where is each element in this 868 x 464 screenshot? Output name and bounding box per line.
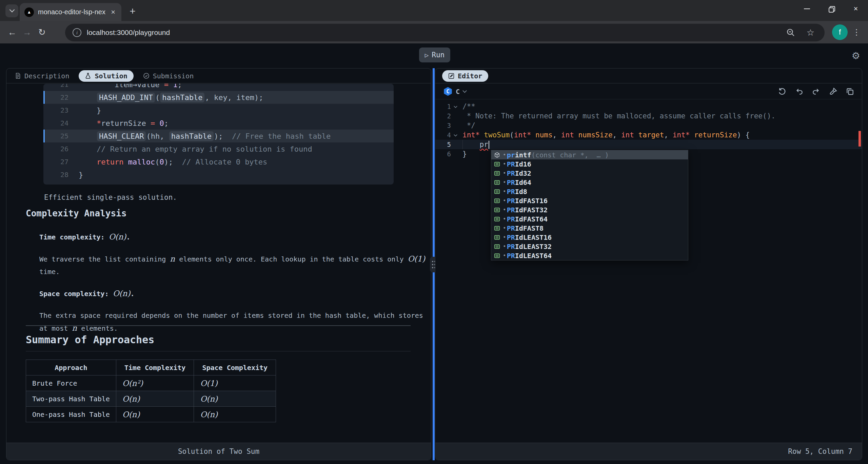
suggestion-item[interactable]: •PRIdFAST32 — [491, 205, 688, 214]
editor-tools — [778, 84, 855, 99]
line-number: 25 — [50, 132, 68, 140]
table-cell: O(n) — [116, 391, 194, 407]
tab-search-button[interactable] — [5, 4, 18, 17]
code-line[interactable]: 21 item→value = 1; — [43, 84, 394, 91]
new-tab-button[interactable]: + — [126, 5, 139, 18]
line-number: 6 — [437, 150, 451, 158]
bullet-icon: • — [503, 243, 506, 250]
bullet-icon: • — [503, 234, 506, 240]
tab-solution[interactable]: Solution — [79, 70, 133, 82]
bullet-icon: • — [503, 152, 506, 158]
run-button[interactable]: ▷ Run — [419, 47, 450, 62]
tab-strip: ▲ monaco-editor-lsp-next × + × — [0, 0, 868, 21]
settings-gear-icon[interactable]: ⚙ — [849, 49, 863, 62]
code-text: item→value = 1; — [79, 84, 182, 89]
fold-icon[interactable] — [451, 104, 460, 109]
suggestion-item[interactable]: •PRIdLEAST32 — [491, 242, 688, 251]
code-line[interactable]: 25 HASH_CLEAR(hh, hashTable); // Free th… — [43, 130, 394, 142]
undo-button[interactable] — [795, 87, 804, 96]
table-cell: O(n) — [194, 407, 276, 422]
tab-solution-label: Solution — [95, 72, 127, 80]
bullet-icon: • — [503, 188, 506, 195]
code-text: HASH_ADD_INT(hashTable, key, item); — [79, 93, 263, 102]
code-line[interactable]: 4int* twoSum(int* nums, int numsSize, in… — [435, 130, 862, 140]
code-line[interactable]: 24 *returnSize = 0; — [43, 117, 394, 130]
code-line[interactable]: 3 */ — [435, 121, 862, 130]
back-button[interactable]: ← — [5, 25, 20, 40]
suggestion-label: Id8 — [515, 188, 527, 196]
run-label: Run — [432, 51, 445, 59]
suggestion-label: IdLEAST16 — [515, 233, 552, 241]
code-line[interactable]: 2 * Note: The returned array must be mal… — [435, 111, 862, 121]
line-number: 2 — [437, 112, 451, 120]
window-controls: × — [795, 0, 868, 18]
address-bar[interactable]: i localhost:3000/playground ☆ — [65, 24, 825, 41]
fold-icon[interactable] — [451, 133, 460, 138]
format-code-button[interactable] — [829, 87, 838, 96]
redo-button[interactable] — [812, 87, 821, 96]
browser-chrome: ▲ monaco-editor-lsp-next × + × ← → ↻ i l… — [0, 0, 868, 43]
zoom-out-icon[interactable] — [786, 28, 795, 37]
code-line[interactable]: 1/** — [435, 102, 862, 111]
suggestion-item[interactable]: •PRId32 — [491, 169, 688, 178]
minimize-button[interactable] — [795, 0, 819, 18]
screen: ▲ monaco-editor-lsp-next × + × ← → ↻ i l… — [0, 0, 868, 464]
suggestion-detail: (const char *, … ) — [531, 151, 609, 159]
document-icon — [15, 73, 21, 79]
close-button[interactable]: × — [844, 0, 868, 18]
tab-close-icon[interactable]: × — [110, 8, 117, 17]
reset-code-button[interactable] — [778, 87, 787, 96]
suggestion-item[interactable]: •PRIdFAST16 — [491, 196, 688, 205]
complexity-paragraph: We traverse the list containing n elemen… — [39, 253, 429, 278]
suggestion-label: Id32 — [515, 169, 531, 177]
error-marker — [859, 131, 861, 147]
panel-resizer[interactable] — [433, 68, 435, 460]
suggestion-item[interactable]: •printf(const char *, … ) — [491, 150, 688, 159]
browser-menu-icon[interactable]: ⋮ — [850, 24, 863, 40]
suggestion-item[interactable]: •PRIdLEAST16 — [491, 233, 688, 242]
bullet-icon: • — [503, 207, 506, 213]
edit-pencil-icon — [448, 73, 454, 79]
profile-avatar[interactable]: f — [832, 24, 848, 40]
triangle-icon: ▲ — [27, 9, 32, 15]
summary-heading: Summary of Approaches — [26, 334, 411, 351]
restore-button[interactable] — [819, 0, 844, 18]
code-text: int* twoSum(int* nums, int numsSize, int… — [462, 131, 750, 139]
solution-code-block: 21 item→value = 1;22 HASH_ADD_INT(hashTa… — [43, 84, 394, 185]
reset-icon — [778, 87, 787, 96]
suggestion-item[interactable]: •PRIdLEAST64 — [491, 251, 688, 260]
suggestion-item[interactable]: •PRId8 — [491, 187, 688, 196]
bullet-icon: • — [503, 161, 506, 167]
suggestion-item[interactable]: •PRId16 — [491, 159, 688, 169]
language-selector[interactable]: C C — [443, 87, 466, 96]
copy-code-button[interactable] — [846, 87, 855, 96]
suggestion-label: IdFAST32 — [515, 206, 548, 214]
enum-member-icon — [494, 179, 501, 186]
suggestion-item[interactable]: •PRId64 — [491, 178, 688, 187]
forward-button[interactable]: → — [20, 25, 35, 40]
code-line[interactable]: 23 } — [43, 104, 394, 117]
code-line[interactable]: 28} — [43, 168, 394, 181]
table-row: Two-pass Hash TableO(n)O(n) — [26, 391, 276, 407]
reload-button[interactable]: ↻ — [35, 25, 50, 40]
code-text: HASH_CLEAR(hh, hashTable); // Free the h… — [79, 132, 331, 140]
tab-submission-label: Submission — [153, 72, 194, 80]
site-info-icon[interactable]: i — [73, 28, 81, 37]
tab-description[interactable]: Description — [15, 72, 69, 80]
tab-submission[interactable]: Submission — [143, 72, 194, 80]
table-row: One-pass Hash TableO(n)O(n) — [26, 407, 276, 422]
suggestion-item[interactable]: •PRIdFAST64 — [491, 214, 688, 224]
code-text: *returnSize = 0; — [79, 119, 169, 128]
suggestion-item[interactable]: •PRIdFAST8 — [491, 224, 688, 233]
tab-title: monaco-editor-lsp-next — [38, 8, 105, 16]
code-line[interactable]: 5 pr — [435, 140, 862, 149]
suggestion-label: IdFAST16 — [515, 197, 548, 205]
code-line[interactable]: 26 // Return an empty array if no soluti… — [43, 142, 394, 155]
table-cell: O(n) — [116, 407, 194, 422]
code-line[interactable]: 22 HASH_ADD_INT(hashTable, key, item); — [43, 91, 394, 104]
code-line[interactable]: 27 return malloc(0); // Allocate 0 bytes — [43, 155, 394, 168]
url-text[interactable]: localhost:3000/playground — [87, 28, 786, 37]
copy-icon — [846, 87, 854, 96]
bookmark-star-icon[interactable]: ☆ — [807, 27, 814, 38]
browser-tab[interactable]: ▲ monaco-editor-lsp-next × — [20, 3, 121, 21]
